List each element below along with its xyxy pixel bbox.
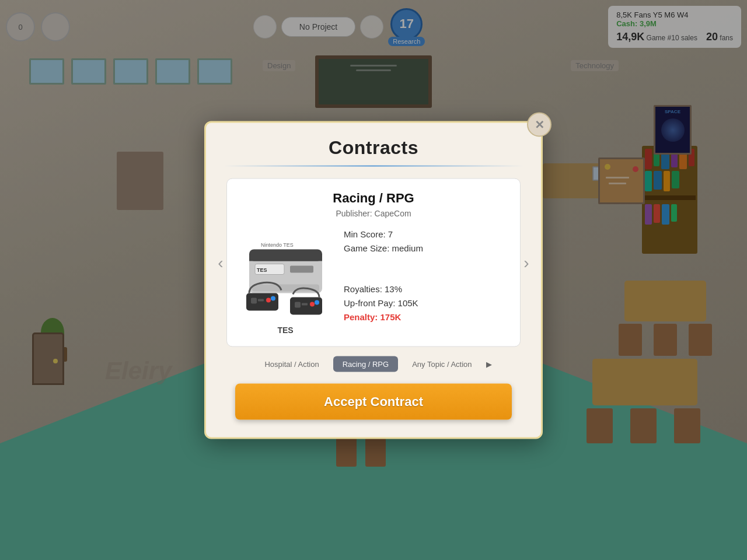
svg-point-11 [271,296,275,300]
close-button[interactable]: ✕ [527,113,551,137]
penalty: Penalty: 175K [344,310,508,324]
contract-name: Racing / RPG [239,191,508,206]
svg-rect-9 [251,298,257,303]
payment-group: Royalties: 13% Up-front Pay: 105K Penalt… [344,282,508,324]
svg-point-15 [310,302,315,306]
console-image: Nintendo TES TES [239,228,332,321]
contract-console: Nintendo TES TES [239,228,332,335]
svg-rect-14 [295,302,301,307]
contract-publisher: Publisher: CapeCom [239,209,508,218]
svg-point-10 [266,298,271,302]
royalties: Royalties: 13% [344,282,508,296]
accept-contract-button[interactable]: Accept Contract [235,384,512,420]
contract-details: Min Score: 7 Game Size: medium Royalties… [344,228,508,330]
modal-title: Contracts [206,123,541,166]
tab-more-button[interactable]: ▶ [486,360,492,369]
contracts-modal: ✕ Contracts ‹ › Racing / RPG Publisher: … [204,121,543,439]
upfront-pay: Up-front Pay: 105K [344,296,508,310]
svg-rect-6 [290,265,313,272]
svg-rect-2 [249,256,322,261]
svg-point-16 [315,300,319,304]
contract-card-container: ‹ › Racing / RPG Publisher: CapeCom [212,178,535,347]
tab-any-topic[interactable]: Any Topic / Action [403,356,481,372]
svg-text:Nintendo TES: Nintendo TES [261,242,294,247]
contract-body: Nintendo TES TES [239,228,508,335]
min-score: Min Score: 7 [344,228,508,242]
svg-text:TES: TES [257,267,267,272]
svg-rect-12 [258,299,264,301]
tab-racing-rpg[interactable]: Racing / RPG [333,356,398,372]
arrow-right-button[interactable]: › [518,251,535,274]
modal-divider [224,166,523,167]
console-name: TES [277,326,293,335]
score-size-group: Min Score: 7 Game Size: medium [344,228,508,256]
game-size: Game Size: medium [344,242,508,256]
svg-rect-17 [302,303,308,305]
contract-tabs: Hospital / Action Racing / RPG Any Topic… [221,356,526,372]
tab-hospital-action[interactable]: Hospital / Action [255,356,328,372]
accept-button-container: Accept Contract [206,384,541,420]
arrow-left-button[interactable]: ‹ [212,251,229,274]
contract-card: Racing / RPG Publisher: CapeCom [226,178,521,347]
